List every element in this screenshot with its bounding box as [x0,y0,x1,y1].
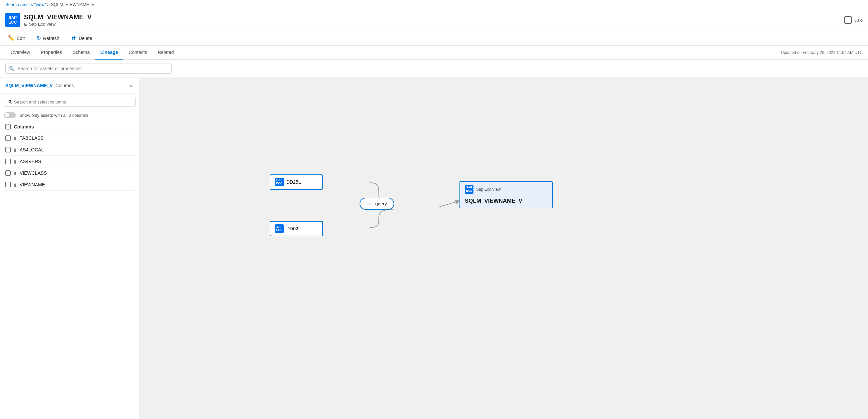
subtitle-text: Sap Ecc View [29,22,56,27]
left-panel: SQLM_VIEWNAME_V Columns « ⚗ Show only as… [0,78,140,419]
list-item: ▮ VIEWCLASS [4,167,135,179]
lineage-node-dd25l[interactable]: SAPECC DD25L [270,174,323,190]
col-type-icon: ▮ [14,159,16,164]
search-input[interactable] [17,66,168,71]
col-checkbox-viewname[interactable] [5,182,11,187]
col-type-icon: ▮ [14,171,16,176]
list-item: ▮ VIEWNAME [4,179,135,191]
delete-button[interactable]: 🗑 Delete [69,34,95,42]
breadcrumb-sep: > [47,2,50,7]
header-count-box [844,16,852,24]
result-subtitle: Sap Ecc View [476,187,501,192]
subtitle-icon: ⊞ [24,22,28,27]
col-name-viewclass: VIEWCLASS [20,170,47,176]
breadcrumb: Search results "view" > SQLM_VIEWNAME_V [0,0,868,9]
search-input-wrap[interactable]: 🔍 [5,64,172,73]
query-doc-icon: 📄 [367,201,373,206]
panel-title-suffix: Columns [55,83,73,88]
page-title: SQLM_VIEWNAME_V [24,13,844,21]
dd02l-sap-logo: SAPECC [275,224,284,233]
refresh-label: Refresh [43,36,59,41]
lineage-connections-svg [140,78,868,419]
panel-title-name: SQLM_VIEWNAME_V [5,83,53,88]
tabs-bar: Overview Properties Schema Lineage Conta… [0,45,868,60]
toggle-switch[interactable] [4,112,16,118]
search-container: 🔍 [0,60,868,78]
refresh-button[interactable]: ↻ Refresh [34,34,62,42]
col-name-as4local: AS4LOCAL [20,147,43,153]
col-type-icon: ▮ [14,136,16,141]
col-checkbox-viewclass[interactable] [5,170,11,176]
col-checkbox-as4local[interactable] [5,147,11,153]
edit-icon: ✏️ [8,35,14,41]
col-checkbox-tabclass[interactable] [5,135,11,141]
tab-overview[interactable]: Overview [5,45,35,60]
lineage-area: SAPECC DD25L SAPECC DD02L 📄 query SAPECC… [140,78,868,419]
delete-icon: 🗑 [71,35,76,41]
breadcrumb-link[interactable]: Search results "view" [5,2,46,7]
header-subtitle: ⊞ Sap Ecc View [24,22,844,27]
result-node-title: SQLM_VIEWNAME_V [465,198,522,204]
tab-properties[interactable]: Properties [35,45,67,60]
edit-label: Edit [17,36,25,41]
tab-contacts[interactable]: Contacts [123,45,152,60]
panel-header: SQLM_VIEWNAME_V Columns « [0,78,140,94]
col-type-icon: ▮ [14,148,16,153]
dd02l-label: DD02L [286,226,301,231]
refresh-icon: ↻ [37,35,41,41]
col-search-input[interactable] [14,99,132,104]
col-search-filter-icon: ⚗ [8,99,12,104]
page-header: SAPECC SQLM_VIEWNAME_V ⊞ Sap Ecc View 33… [0,9,868,31]
lineage-node-result[interactable]: SAPECC Sap Ecc View SQLM_VIEWNAME_V [460,181,553,208]
dd25l-sap-logo: SAPECC [275,178,284,186]
main-content: SQLM_VIEWNAME_V Columns « ⚗ Show only as… [0,78,868,419]
result-node-header: SAPECC Sap Ecc View [465,185,501,194]
sap-logo: SAPECC [5,13,20,27]
list-item: ▮ TABCLASS [4,132,135,144]
col-search-wrap[interactable]: ⚗ [4,97,135,107]
toolbar: ✏️ Edit ↻ Refresh 🗑 Delete [0,31,868,45]
col-type-icon: ▮ [14,182,16,187]
right-panel: SAPECC DD25L SAPECC DD02L 📄 query SAPECC… [140,78,868,419]
dd25l-label: DD25L [286,180,301,185]
columns-header-row: Columns [4,122,135,132]
header-count-label: 33 o [854,18,863,23]
header-title-group: SQLM_VIEWNAME_V ⊞ Sap Ecc View [24,13,844,27]
result-sap-logo: SAPECC [465,185,473,194]
edit-button[interactable]: ✏️ Edit [5,34,27,42]
breadcrumb-current: SQLM_VIEWNAME_V [51,2,95,7]
columns-header-label: Columns [14,124,34,129]
query-label: query [375,201,387,206]
toggle-knob [5,113,9,118]
toggle-row: Show only assets with all 0 columns [0,110,140,122]
delete-label: Delete [79,36,92,41]
panel-title-group: SQLM_VIEWNAME_V Columns [5,83,74,88]
list-item: ▮ AS4VERS [4,156,135,167]
search-icon: 🔍 [9,66,14,71]
header-right: 33 o [844,16,863,24]
tab-lineage[interactable]: Lineage [95,45,124,60]
col-name-viewname: VIEWNAME [20,182,45,187]
lineage-node-query[interactable]: 📄 query [360,198,394,210]
columns-select-all-checkbox[interactable] [5,124,11,129]
panel-collapse-button[interactable]: « [127,82,134,89]
tab-related[interactable]: Related [153,45,179,60]
lineage-node-dd02l[interactable]: SAPECC DD02L [270,221,323,236]
col-name-as4vers: AS4VERS [20,159,41,164]
tabs-updated-text: Updated on February 26, 2021 11:54 AM UT… [781,50,863,55]
list-item: ▮ AS4LOCAL [4,144,135,156]
tab-schema[interactable]: Schema [67,45,95,60]
col-checkbox-as4vers[interactable] [5,159,11,164]
col-name-tabclass: TABCLASS [20,135,43,141]
toggle-label: Show only assets with all 0 columns [19,113,88,118]
columns-list: Columns ▮ TABCLASS ▮ AS4LOCAL ▮ AS4VERS [0,122,140,191]
